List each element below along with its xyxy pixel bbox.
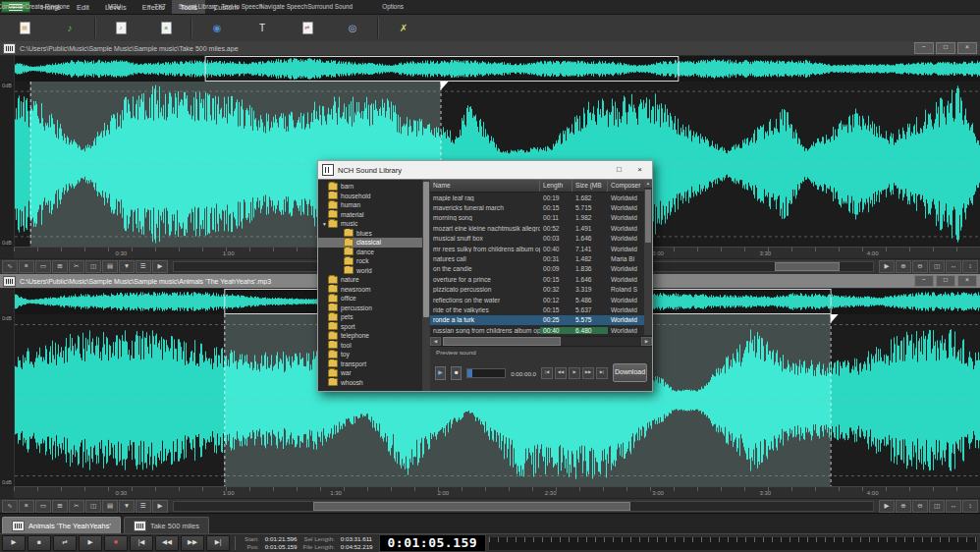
preview-fast-forward-icon[interactable]: ▶▶ bbox=[582, 367, 594, 379]
preview-stop-button[interactable]: ■ bbox=[451, 366, 462, 380]
tree-item-toy[interactable]: toy bbox=[318, 350, 422, 359]
tree-item-sport[interactable]: sport bbox=[318, 322, 422, 332]
tree-item-percussion[interactable]: percussion bbox=[318, 304, 422, 313]
scrollbar-thumb[interactable] bbox=[775, 262, 840, 271]
document-tab-take-500-miles[interactable]: Take 500 miles bbox=[124, 517, 209, 534]
tree-item-classical[interactable]: classical bbox=[318, 238, 422, 248]
copy-icon[interactable]: ◫ bbox=[85, 500, 101, 513]
zoom-out-icon[interactable]: ⊖ bbox=[912, 260, 928, 273]
skip-end-button[interactable]: ▶| bbox=[206, 535, 230, 551]
tree-item-blues[interactable]: blues bbox=[318, 229, 422, 239]
preview-play-icon[interactable]: ▶ bbox=[569, 367, 580, 379]
scroll-up-icon[interactable]: ▲ bbox=[644, 180, 652, 189]
tree-item-whoosh[interactable]: whoosh bbox=[318, 378, 422, 388]
window-close-button[interactable]: × bbox=[957, 42, 977, 54]
scroll-left-icon[interactable]: ◀ bbox=[430, 337, 441, 346]
copy-icon[interactable]: ◫ bbox=[85, 260, 101, 273]
list-row[interactable]: mozart eine kleine nachtmusik allegro00:… bbox=[430, 223, 652, 233]
horizontal-scrollbar[interactable] bbox=[173, 501, 874, 512]
paste-icon[interactable]: ▤ bbox=[102, 500, 118, 513]
column-header-name[interactable]: Name bbox=[430, 180, 540, 192]
tree-item-music[interactable]: ▾music bbox=[318, 219, 422, 229]
zoom-vertical-icon[interactable]: ↕ bbox=[962, 500, 978, 513]
zoom-in-icon[interactable]: ⊕ bbox=[896, 260, 911, 273]
column-header-size-mb[interactable]: Size (MB bbox=[572, 180, 608, 192]
list-row[interactable]: overture for a prince00:151.646Worldwid bbox=[430, 274, 652, 284]
marker-icon[interactable]: ▼ bbox=[119, 500, 135, 513]
m3u-button[interactable]: ♪M3U bbox=[98, 15, 143, 41]
preview-skip-end-icon[interactable]: ▶| bbox=[596, 367, 608, 379]
tree-scrollbar[interactable] bbox=[422, 180, 430, 391]
list-row[interactable]: musical snuff box00:031.646Worldwid bbox=[430, 234, 652, 244]
list-row[interactable]: ronde a la turk00:255.575Worldwid bbox=[430, 315, 652, 325]
list-row[interactable]: morning song00:111.982Worldwid bbox=[430, 213, 652, 223]
loop-button[interactable]: ⇄ bbox=[53, 535, 77, 551]
list-row[interactable]: on the candle00:091.836Worldwid bbox=[430, 264, 652, 274]
list-row[interactable]: ride of the valkyries00:155.637Worldwid bbox=[430, 304, 652, 314]
tree-item-world[interactable]: world bbox=[318, 266, 422, 276]
paste-icon[interactable]: ▤ bbox=[102, 260, 118, 273]
preview-skip-start-icon[interactable]: |◀ bbox=[541, 367, 553, 379]
pointer-icon[interactable]: ▶ bbox=[879, 260, 895, 273]
window-close-button[interactable]: × bbox=[957, 275, 977, 287]
grid-icon[interactable]: ⊞ bbox=[52, 500, 68, 513]
tree-item-rock[interactable]: rock bbox=[318, 256, 422, 266]
tree-scrollbar-thumb[interactable] bbox=[423, 182, 429, 317]
txt-button[interactable]: aTXT bbox=[143, 15, 189, 41]
rewind-button[interactable]: ◀◀ bbox=[155, 535, 179, 551]
tree-item-nature[interactable]: nature bbox=[318, 275, 422, 285]
column-header-length[interactable]: Length bbox=[540, 180, 572, 192]
preview-progress-bar[interactable] bbox=[466, 368, 506, 378]
pencil-edit-icon[interactable]: ∿ bbox=[2, 260, 18, 273]
levels-icon[interactable]: ≡ bbox=[19, 500, 34, 513]
window-minimize-button[interactable]: − bbox=[914, 42, 934, 54]
list-scrollbar[interactable]: ▲ bbox=[644, 180, 652, 335]
pencil-edit-icon[interactable]: ∿ bbox=[2, 500, 18, 513]
play-small-icon[interactable]: ▶ bbox=[152, 260, 168, 273]
grid-icon[interactable]: ⊞ bbox=[52, 260, 68, 273]
text-to-speech-button[interactable]: TText to Speech bbox=[240, 15, 285, 41]
hscroll-thumb[interactable] bbox=[443, 337, 561, 346]
play-pause-button[interactable]: ▶ bbox=[2, 535, 26, 551]
sound-library-button[interactable]: ◉Sound Library bbox=[194, 15, 240, 41]
zoom-selection-icon[interactable]: ◫ bbox=[929, 500, 945, 513]
batch-converter-button[interactable]: ▤Batch Converter bbox=[2, 15, 47, 41]
tree-item-telephone[interactable]: telephone bbox=[318, 331, 422, 341]
play-small-icon[interactable]: ▶ bbox=[152, 500, 168, 513]
download-button[interactable]: Download bbox=[613, 363, 647, 382]
list-row[interactable]: natures call00:311.482Maria Bi bbox=[430, 253, 652, 263]
record-button[interactable]: ● bbox=[104, 535, 128, 551]
window-restore-button[interactable]: □ bbox=[936, 275, 955, 287]
zoom-in-icon[interactable]: ⊕ bbox=[896, 500, 911, 513]
timeline-navigation-strip[interactable] bbox=[488, 536, 978, 551]
play-button[interactable]: ▶ bbox=[79, 535, 102, 551]
fast-forward-button[interactable]: ▶▶ bbox=[181, 535, 204, 551]
zoom-horizontal-icon[interactable]: ↔ bbox=[946, 260, 961, 273]
list-row[interactable]: maple leaf rag00:191.682Worldwid bbox=[430, 193, 652, 202]
marker-icon[interactable]: ▼ bbox=[119, 260, 135, 273]
hscroll-track[interactable] bbox=[441, 337, 641, 346]
cut-icon[interactable]: ✂ bbox=[69, 500, 84, 513]
dialog-close-button[interactable]: × bbox=[631, 164, 648, 177]
window-restore-button[interactable]: □ bbox=[936, 42, 955, 54]
scroll-right-icon[interactable]: ▶ bbox=[641, 337, 652, 346]
scrollbar-thumb[interactable] bbox=[313, 502, 629, 511]
pointer-icon[interactable]: ▶ bbox=[879, 500, 895, 513]
list-row[interactable]: russian song from childrens album op 390… bbox=[430, 325, 652, 335]
region-list-icon[interactable]: ☰ bbox=[136, 260, 151, 273]
zoom-selection-icon[interactable]: ◫ bbox=[929, 260, 945, 273]
list-row[interactable]: reflections on the water00:125.486Worldw… bbox=[430, 295, 652, 304]
create-ringtone-button[interactable]: ♪Create Ringtone bbox=[47, 15, 92, 41]
tree-item-dance[interactable]: dance bbox=[318, 248, 422, 257]
list-row[interactable]: mavericks funeral march00:155.715Worldwi… bbox=[430, 202, 652, 212]
tree-item-transport[interactable]: transport bbox=[318, 359, 422, 369]
tree-item-war[interactable]: war bbox=[318, 368, 422, 378]
preview-rewind-icon[interactable]: ◀◀ bbox=[555, 367, 567, 379]
tree-item-human[interactable]: human bbox=[318, 200, 422, 210]
list-row[interactable]: pizzicato percussion00:323.319Roland S bbox=[430, 285, 652, 295]
tree-item-pets[interactable]: pets bbox=[318, 312, 422, 322]
zoom-out-icon[interactable]: ⊖ bbox=[912, 500, 928, 513]
list-horizontal-scrollbar[interactable]: ◀ ▶ bbox=[430, 336, 652, 346]
tree-item-barn[interactable]: barn bbox=[318, 182, 422, 192]
zoom-vertical-icon[interactable]: ↕ bbox=[962, 260, 978, 273]
